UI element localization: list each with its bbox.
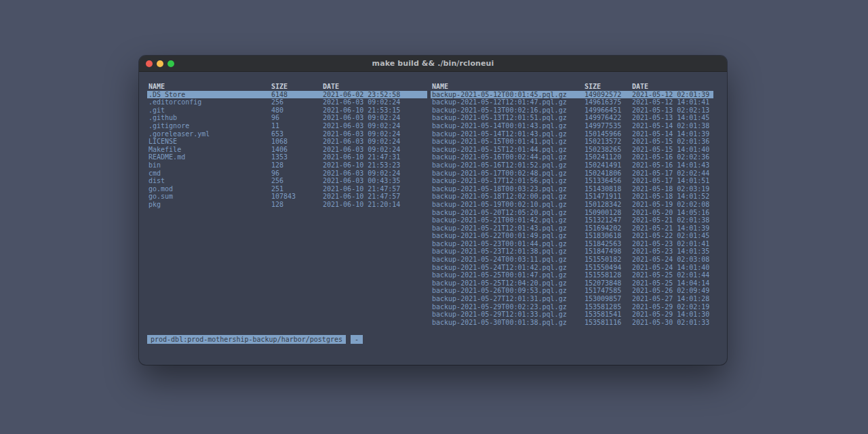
file-row[interactable]: backup-2021-05-23T12:01:38.pql.gz1518474… (431, 248, 713, 256)
file-date-cell: 2021-05-29 14:01:30 (632, 311, 713, 319)
close-button[interactable] (146, 60, 153, 67)
file-row-selected[interactable]: backup-2021-05-12T00:01:45.pql.gz1490925… (431, 91, 713, 99)
file-name-cell: backup-2021-05-24T12:01:42.pql.gz (432, 264, 585, 272)
file-size-cell: 653 (271, 130, 323, 138)
file-size-cell: 149976422 (585, 114, 632, 122)
file-row[interactable]: backup-2021-05-24T12:01:42.pql.gz1515504… (431, 264, 713, 272)
file-size-cell: 150145966 (585, 130, 632, 138)
file-row[interactable]: backup-2021-05-25T00:01:47.pql.gz1515581… (431, 271, 713, 279)
file-size-cell: 96 (271, 170, 323, 178)
remote-file-panel: NAME SIZE DATE backup-2021-05-12T00:01:4… (431, 83, 713, 326)
file-row[interactable]: backup-2021-05-12T12:01:47.pql.gz1496163… (431, 98, 713, 106)
file-row[interactable]: go.mod2512021-06-10 21:47:57 (147, 185, 427, 193)
file-row[interactable]: backup-2021-05-29T00:02:23.pql.gz1535812… (431, 303, 713, 311)
file-row[interactable]: bin1282021-06-10 21:53:23 (147, 161, 427, 170)
file-row[interactable]: backup-2021-05-17T00:02:48.pql.gz1502418… (431, 170, 713, 178)
file-list: backup-2021-05-12T00:01:45.pql.gz1490925… (431, 91, 713, 327)
file-row[interactable]: .gitignore112021-06-03 09:02:24 (147, 122, 427, 130)
file-row[interactable]: backup-2021-05-19T00:02:10.pql.gz1501283… (431, 201, 713, 209)
file-row[interactable]: .git4802021-06-10 21:53:15 (147, 106, 427, 115)
file-date-cell: 2021-05-23 02:01:41 (632, 240, 713, 248)
file-name-cell: .git (149, 106, 271, 115)
file-name-cell: backup-2021-05-20T12:05:20.pql.gz (432, 209, 585, 217)
file-name-cell: LICENSE (149, 138, 271, 146)
file-row[interactable]: LICENSE10682021-06-03 09:02:24 (147, 138, 427, 146)
file-row[interactable]: .goreleaser.yml6532021-06-03 09:02:24 (147, 130, 427, 138)
terminal-window: make build && ./bin/rcloneui NAME SIZE D… (139, 56, 727, 365)
window-titlebar[interactable]: make build && ./bin/rcloneui (139, 56, 727, 72)
file-row[interactable]: backup-2021-05-20T12:05:20.pql.gz1509001… (431, 209, 713, 217)
file-name-cell: backup-2021-05-21T12:01:43.pql.gz (432, 224, 585, 233)
file-row[interactable]: backup-2021-05-15T12:01:44.pql.gz1502382… (431, 146, 713, 154)
file-panes: NAME SIZE DATE .DS_Store61482021-06-02 2… (147, 83, 719, 326)
file-name-cell: backup-2021-05-25T00:01:47.pql.gz (432, 271, 585, 279)
local-file-panel: NAME SIZE DATE .DS_Store61482021-06-02 2… (147, 83, 427, 209)
file-row[interactable]: backup-2021-05-27T12:01:31.pql.gz1530098… (431, 295, 713, 303)
file-row[interactable]: go.sum1078432021-06-10 21:47:57 (147, 193, 427, 201)
file-size-cell: 150128342 (585, 201, 632, 209)
file-row[interactable]: backup-2021-05-13T12:01:51.pql.gz1499764… (431, 114, 713, 122)
file-name-cell: backup-2021-05-16T00:02:44.pql.gz (432, 153, 585, 161)
file-name-cell: backup-2021-05-26T00:09:53.pql.gz (432, 287, 585, 295)
file-row[interactable]: backup-2021-05-17T12:01:56.pql.gz1513364… (431, 177, 713, 185)
file-row[interactable]: backup-2021-05-13T00:02:16.pql.gz1499664… (431, 106, 713, 115)
file-name-cell: backup-2021-05-18T12:02:00.pql.gz (432, 193, 585, 201)
file-name-cell: backup-2021-05-12T00:01:45.pql.gz (432, 91, 585, 99)
file-row[interactable]: dist2562021-06-03 00:43:35 (147, 177, 427, 185)
file-name-cell: cmd (149, 170, 271, 178)
file-row[interactable]: backup-2021-05-24T00:03:11.pql.gz1515501… (431, 256, 713, 264)
file-date-cell: 2021-05-15 02:01:36 (632, 138, 713, 146)
file-row[interactable]: backup-2021-05-15T00:01:41.pql.gz1502135… (431, 138, 713, 146)
file-row[interactable]: backup-2021-05-26T00:09:53.pql.gz1517475… (431, 287, 713, 295)
file-size-cell: 150241491 (585, 161, 632, 170)
file-row[interactable]: backup-2021-05-30T00:01:38.pql.gz1535811… (431, 319, 713, 327)
file-date-cell: 2021-06-10 21:53:23 (323, 161, 427, 170)
file-row[interactable]: backup-2021-05-16T00:02:44.pql.gz1502411… (431, 153, 713, 161)
file-size-cell: 256 (271, 177, 323, 185)
file-row-selected[interactable]: .DS_Store61482021-06-02 23:52:58 (147, 91, 427, 99)
file-row[interactable]: backup-2021-05-23T00:01:44.pql.gz1518425… (431, 240, 713, 248)
file-size-cell: 151747585 (585, 287, 632, 295)
file-name-cell: backup-2021-05-21T00:01:42.pql.gz (432, 216, 585, 224)
file-size-cell: 107843 (271, 193, 323, 201)
file-size-cell: 96 (271, 114, 323, 122)
file-size-cell: 128 (271, 161, 323, 170)
file-row[interactable]: backup-2021-05-18T12:02:00.pql.gz1514719… (431, 193, 713, 201)
file-row[interactable]: cmd962021-06-03 09:02:24 (147, 170, 427, 178)
file-date-cell: 2021-05-16 02:02:36 (632, 153, 713, 161)
file-name-cell: backup-2021-05-22T00:01:49.pql.gz (432, 232, 585, 240)
file-row[interactable]: backup-2021-05-18T00:03:23.pql.gz1514308… (431, 185, 713, 193)
file-size-cell: 150241806 (585, 170, 632, 178)
file-row[interactable]: .editorconfig2562021-06-03 09:02:24 (147, 98, 427, 106)
file-size-cell: 149616375 (585, 98, 632, 106)
column-header-row: NAME SIZE DATE (147, 83, 427, 91)
file-date-cell: 2021-05-22 02:01:45 (632, 232, 713, 240)
file-date-cell: 2021-05-25 14:04:14 (632, 279, 713, 288)
file-row[interactable]: backup-2021-05-21T12:01:43.pql.gz1516942… (431, 224, 713, 233)
remote-path-badge[interactable]: prod-dbl:prod-mothership-backup/harbor/p… (147, 335, 346, 344)
file-size-cell: 151847498 (585, 248, 632, 256)
file-date-cell: 2021-06-10 21:53:15 (323, 106, 427, 115)
file-name-cell: backup-2021-05-25T12:04:20.pql.gz (432, 279, 585, 288)
file-row[interactable]: backup-2021-05-21T00:01:42.pql.gz1513212… (431, 216, 713, 224)
zoom-button[interactable] (167, 60, 174, 67)
file-size-cell: 151694202 (585, 224, 632, 233)
minimize-button[interactable] (157, 60, 163, 67)
file-row[interactable]: README.md13532021-06-10 21:47:31 (147, 153, 427, 161)
file-row[interactable]: Makefile14062021-06-03 09:02:24 (147, 146, 427, 154)
file-row[interactable]: backup-2021-05-14T00:01:43.pql.gz1499775… (431, 122, 713, 130)
file-date-cell: 2021-06-03 09:02:24 (323, 98, 427, 106)
file-row[interactable]: backup-2021-05-22T00:01:49.pql.gz1518306… (431, 232, 713, 240)
collapse-badge[interactable]: - (351, 335, 363, 344)
file-row[interactable]: backup-2021-05-25T12:04:20.pql.gz1520738… (431, 279, 713, 288)
file-row[interactable]: .github962021-06-03 09:02:24 (147, 114, 427, 122)
file-size-cell: 150900128 (585, 209, 632, 217)
file-date-cell: 2021-06-10 21:47:31 (323, 153, 427, 161)
file-row[interactable]: backup-2021-05-29T12:01:33.pql.gz1535815… (431, 311, 713, 319)
file-row[interactable]: backup-2021-05-14T12:01:43.pql.gz1501459… (431, 130, 713, 138)
file-row[interactable]: pkg1282021-06-10 21:20:14 (147, 201, 427, 209)
file-name-cell: backup-2021-05-15T00:01:41.pql.gz (432, 138, 585, 146)
file-date-cell: 2021-05-13 02:02:13 (632, 106, 713, 115)
file-row[interactable]: backup-2021-05-16T12:01:52.pql.gz1502414… (431, 161, 713, 170)
file-date-cell: 2021-05-21 14:01:39 (632, 224, 713, 233)
